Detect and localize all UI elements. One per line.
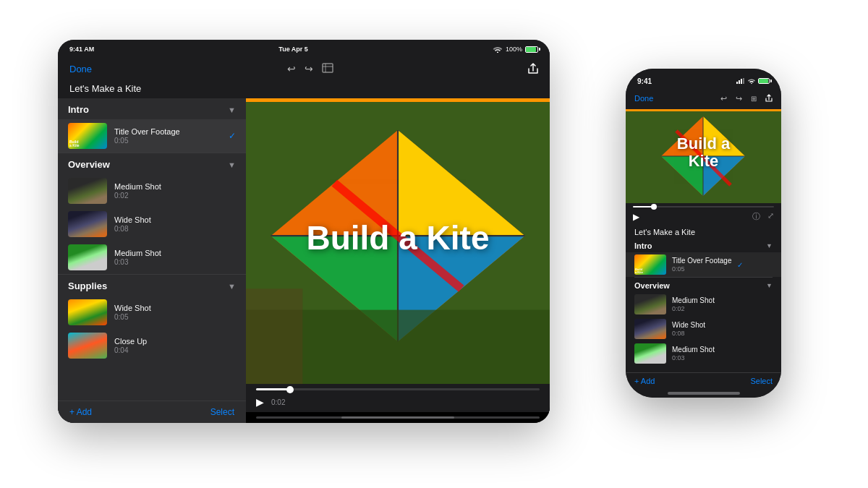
ipad-clip-wide-shot-2[interactable]: Wide Shot 0:05 <box>58 296 246 329</box>
iphone-clip-dur-wide1: 0:08 <box>672 330 705 337</box>
ipad-clip-medium-shot-2[interactable]: Medium Shot 0:03 <box>58 241 246 274</box>
ipad-clip-wide-shot-1[interactable]: Wide Shot 0:08 <box>58 207 246 241</box>
ipad-progress-bar[interactable] <box>256 388 540 390</box>
iphone-section-overview-header[interactable]: Overview ▼ <box>626 278 781 292</box>
iphone-play-button[interactable]: ▶ <box>633 212 639 222</box>
ipad-clip-title-over-footage[interactable]: Builda Kite Title Over Footage 0:05 ✓ <box>58 119 246 153</box>
iphone-clip-thumb-medium2 <box>634 343 666 364</box>
svg-rect-15 <box>739 80 740 84</box>
ipad-clip-medium-shot-1[interactable]: Medium Shot 0:02 <box>58 174 246 207</box>
ipad-preview-area: Build a Kite ▶ 0:02 <box>246 98 550 423</box>
iphone-bottom-bar: + Add Select <box>626 372 781 389</box>
iphone-add-button[interactable]: + Add <box>634 377 655 385</box>
iphone-wifi-icon <box>747 78 756 84</box>
iphone-done-button[interactable]: Done <box>634 94 653 103</box>
ipad-clip-info-closeup: Close Up 0:04 <box>114 337 236 354</box>
ipad-clip-thumb-medium1 <box>68 178 107 204</box>
ipad-status-right: 100% <box>493 46 538 53</box>
redo-icon[interactable]: ↪ <box>305 63 313 74</box>
ipad-clip-name-medium2: Medium Shot <box>114 249 236 257</box>
iphone-section-overview-chevron: ▼ <box>766 282 773 289</box>
iphone-project-title: Let's Make a Kite <box>634 228 773 236</box>
iphone-sidebar: Intro ▼ Builda Kite Title Over Footage 0… <box>626 238 781 372</box>
iphone-redo-icon[interactable]: ↪ <box>736 94 742 103</box>
iphone-extra-controls: ⓘ ⤢ <box>752 211 774 222</box>
ipad-progress-thumb <box>286 386 294 393</box>
iphone-clip-thumb-medium1 <box>634 294 666 314</box>
ipad-clip-name-title: Title Over Footage <box>114 127 221 136</box>
ipad-content: Intro ▼ Builda Kite Title Over Footage 0… <box>58 98 550 423</box>
iphone-playback-controls: ▶ ⓘ ⤢ <box>633 211 774 222</box>
iphone-toolbar: Done ↩ ↪ ⊞ <box>626 87 781 109</box>
iphone-clip-title-over[interactable]: Builda Kite Title Over Footage 0:05 ✓ <box>626 252 781 277</box>
ipad-sidebar-bottom: + Add Select <box>58 401 246 423</box>
ipad-status-bar: 9:41 AM Tue Apr 5 100% <box>58 40 550 56</box>
crop-icon[interactable] <box>322 63 333 75</box>
iphone-battery-icon <box>758 78 770 84</box>
iphone-clip-name-medium2: Medium Shot <box>672 346 715 354</box>
ipad-section-supplies-header[interactable]: Supplies ▼ <box>58 275 246 296</box>
wifi-icon <box>493 46 503 53</box>
svg-rect-14 <box>736 82 738 84</box>
iphone-title-area: Let's Make a Kite <box>626 225 781 238</box>
iphone-clip-dur-title: 0:05 <box>672 265 731 273</box>
ipad-device: 9:41 AM Tue Apr 5 100% Done <box>58 40 550 423</box>
undo-icon[interactable]: ↩ <box>287 63 296 74</box>
ipad-preview-title: Build a Kite <box>306 221 489 254</box>
ipad-done-button[interactable]: Done <box>69 64 92 74</box>
ipad-select-button[interactable]: Select <box>210 407 234 417</box>
iphone-clip-name-title: Title Over Footage <box>672 257 731 265</box>
iphone-share-icon[interactable] <box>765 94 773 103</box>
iphone-select-button[interactable]: Select <box>750 377 773 385</box>
ipad-date: Tue Apr 5 <box>278 46 308 53</box>
ipad-battery-pct: 100% <box>506 46 522 53</box>
iphone-clip-thumb-title: Builda Kite <box>634 254 666 275</box>
ipad-progress-fill <box>256 388 290 390</box>
ipad-add-button[interactable]: + Add <box>69 407 92 417</box>
ipad-clip-dur-medium1: 0:02 <box>114 192 236 200</box>
ipad-clip-thumb-title: Builda Kite <box>68 123 107 149</box>
svg-point-18 <box>751 83 752 84</box>
ipad-time: 9:41 AM <box>69 46 94 53</box>
iphone-clip-medium-shot-2[interactable]: Medium Shot 0:03 <box>626 341 781 366</box>
iphone-clip-info-title: Title Over Footage 0:05 <box>672 257 731 273</box>
iphone-progress-bar[interactable] <box>633 206 774 207</box>
iphone-undo-icon[interactable]: ↩ <box>720 94 727 103</box>
ipad-playback-controls: ▶ 0:02 <box>256 396 540 408</box>
ipad-battery-icon <box>525 46 538 53</box>
ipad-clip-info-medium2: Medium Shot 0:03 <box>114 249 236 266</box>
iphone-clip-check-title: ✓ <box>737 261 743 269</box>
iphone-section-intro-header[interactable]: Intro ▼ <box>626 238 781 252</box>
iphone-time: 9:41 <box>637 77 652 85</box>
iphone-fullscreen-icon[interactable]: ⤢ <box>767 211 774 222</box>
iphone-crop-icon[interactable]: ⊞ <box>751 95 757 103</box>
iphone-clip-wide-shot-1[interactable]: Wide Shot 0:08 <box>626 317 781 341</box>
ipad-section-overview-header[interactable]: Overview ▼ <box>58 153 246 174</box>
svg-rect-17 <box>743 78 744 84</box>
ipad-video-preview: Build a Kite <box>246 98 550 384</box>
ipad-section-intro-title: Intro <box>68 104 89 115</box>
iphone-clip-dur-medium2: 0:03 <box>672 354 715 361</box>
ipad-clip-name-wide1: Wide Shot <box>114 215 236 224</box>
ipad-orange-border <box>246 98 550 102</box>
iphone-inner: 9:41 <box>626 69 781 398</box>
iphone-clip-medium-shot-1[interactable]: Medium Shot 0:02 <box>626 292 781 317</box>
ipad-section-supplies-chevron: ▼ <box>228 282 236 291</box>
iphone-section-overview-title: Overview <box>634 281 670 290</box>
ipad-section-overview-title: Overview <box>68 159 110 170</box>
ipad-clip-dur-wide1: 0:08 <box>114 225 236 233</box>
ipad-clip-info-wide1: Wide Shot 0:08 <box>114 215 236 233</box>
ipad-play-button[interactable]: ▶ <box>256 396 264 408</box>
iphone-clip-name-medium1: Medium Shot <box>672 296 715 304</box>
iphone-info-icon[interactable]: ⓘ <box>752 211 760 222</box>
ipad-clip-name-medium1: Medium Shot <box>114 182 236 191</box>
ipad-project-title: Let's Make a Kite <box>58 82 550 98</box>
share-icon[interactable] <box>528 63 538 74</box>
iphone-video-preview: Build a Kite <box>626 109 781 203</box>
ipad-clip-info-wide2: Wide Shot 0:05 <box>114 304 236 321</box>
ipad-clip-close-up[interactable]: Close Up 0:04 <box>58 329 246 362</box>
ipad-clip-thumb-medium2 <box>68 244 107 270</box>
iphone-section-intro-title: Intro <box>634 241 652 250</box>
ipad-section-intro-header[interactable]: Intro ▼ <box>58 98 246 119</box>
iphone-toolbar-icons: ↩ ↪ ⊞ <box>720 94 773 103</box>
